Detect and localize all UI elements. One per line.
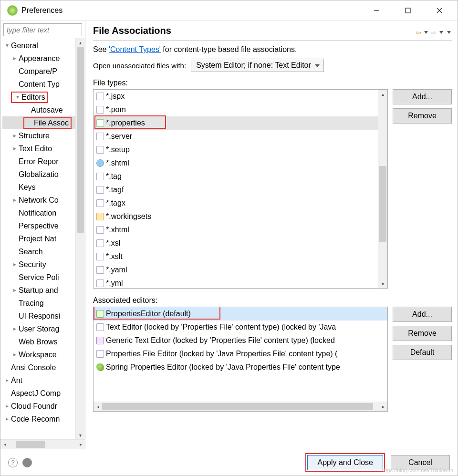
tree-item[interactable]: ▾General xyxy=(2,39,75,52)
preference-tree[interactable]: ▾General▸AppearanceCompare/PContent Typ▾… xyxy=(0,38,75,439)
expand-right-icon[interactable]: ▸ xyxy=(3,413,11,425)
tree-h-scrollbar[interactable]: ◂ ▸ xyxy=(0,439,85,449)
expand-right-icon[interactable]: ▸ xyxy=(11,142,19,155)
editor-remove-button[interactable]: Remove xyxy=(393,326,452,341)
tree-item[interactable]: Keys xyxy=(2,181,75,194)
editors-h-scrollbar[interactable]: ◂ ▸ xyxy=(94,402,387,411)
expand-right-icon[interactable]: ▸ xyxy=(11,194,19,207)
apply-and-close-button[interactable]: Apply and Close xyxy=(307,455,383,470)
tree-item[interactable]: Project Nat xyxy=(2,232,75,245)
editor-label: Spring Properties Editor (locked by 'Jav… xyxy=(106,363,340,372)
expand-right-icon[interactable]: ▸ xyxy=(11,284,19,297)
editor-item[interactable]: Generic Text Editor (locked by 'Properti… xyxy=(94,334,387,347)
file-type-label: *.tagx xyxy=(106,199,125,207)
file-types-scrollbar[interactable]: ▴ ▾ xyxy=(378,90,387,288)
tree-item[interactable]: ▸Security xyxy=(2,258,75,271)
file-type-item[interactable]: *.xsl xyxy=(94,237,378,250)
expand-right-icon[interactable]: ▸ xyxy=(11,348,19,361)
expand-down-icon[interactable]: ▾ xyxy=(14,91,21,103)
file-type-item[interactable]: *.jspx xyxy=(94,90,378,103)
tree-item-label: Structure xyxy=(19,129,50,142)
expand-right-icon[interactable]: ▸ xyxy=(3,400,11,413)
filetype-add-button[interactable]: Add... xyxy=(393,89,452,104)
filter-input[interactable] xyxy=(3,23,82,36)
expand-down-icon[interactable]: ▾ xyxy=(3,39,11,52)
tree-item[interactable]: ▸Structure xyxy=(2,129,75,142)
tree-item[interactable]: Globalizatio xyxy=(2,168,75,181)
expand-right-icon[interactable]: ▸ xyxy=(11,52,19,65)
file-type-item[interactable]: *.tagf xyxy=(94,183,378,197)
file-type-item[interactable]: *.tag xyxy=(94,170,378,183)
associated-editors-list[interactable]: PropertiesEditor (default)Text Editor (l… xyxy=(93,307,388,412)
expand-right-icon[interactable]: ▸ xyxy=(11,322,19,335)
expand-right-icon[interactable]: ▸ xyxy=(3,374,11,387)
tree-item[interactable]: Tracing xyxy=(2,297,75,310)
tree-item[interactable]: ▸Workspace xyxy=(2,348,75,361)
file-icon xyxy=(96,279,104,287)
help-icon[interactable]: ? xyxy=(8,458,18,467)
tree-item[interactable]: Perspective xyxy=(2,219,75,232)
file-type-item[interactable]: *.shtml xyxy=(94,156,378,170)
tree-item[interactable]: Content Typ xyxy=(2,78,75,91)
file-icon xyxy=(96,159,104,167)
tree-item[interactable]: ▸Cloud Foundr xyxy=(2,400,75,413)
tree-item[interactable]: ▸User Storag xyxy=(2,322,75,335)
tree-item[interactable]: ▸Network Co xyxy=(2,194,75,207)
description: See 'Content Types' for content-type bas… xyxy=(93,45,452,54)
editor-default-button[interactable]: Default xyxy=(393,345,452,360)
tree-item[interactable]: UI Responsi xyxy=(2,310,75,322)
tree-item[interactable]: Notification xyxy=(2,207,75,219)
expand-right-icon[interactable]: ▸ xyxy=(11,129,19,142)
import-export-icon[interactable] xyxy=(22,458,32,467)
tree-scrollbar[interactable]: ▴ ▾ xyxy=(75,38,85,439)
tree-item-label: UI Responsi xyxy=(19,310,60,322)
view-menu-icon[interactable] xyxy=(447,31,451,34)
tree-item[interactable]: ▸Ant xyxy=(2,374,75,387)
file-types-list[interactable]: *.jspx*.pom*.properties*.server*.setup*.… xyxy=(93,89,388,289)
editor-item[interactable]: Spring Properties Editor (locked by 'Jav… xyxy=(94,361,387,374)
file-type-item[interactable]: *.xhtml xyxy=(94,223,378,237)
tree-item[interactable]: File Assoc xyxy=(2,116,75,129)
tree-item-label: Code Recomn xyxy=(11,413,60,425)
forward-icon[interactable]: ⇨ xyxy=(431,29,437,36)
editor-add-button[interactable]: Add... xyxy=(393,307,452,322)
forward-menu-icon[interactable] xyxy=(439,31,443,34)
tree-item[interactable]: ▸Text Edito xyxy=(2,142,75,155)
tree-item[interactable]: Autosave xyxy=(2,103,75,116)
file-type-item[interactable]: *.xslt xyxy=(94,250,378,263)
open-with-combo[interactable]: System Editor; if none: Text Editor xyxy=(191,59,324,72)
tree-item[interactable]: ▸Code Recomn xyxy=(2,413,75,425)
tree-item[interactable]: Service Poli xyxy=(2,271,75,284)
file-type-item[interactable]: *.tagx xyxy=(94,197,378,210)
file-icon xyxy=(96,213,104,220)
tree-item[interactable]: ▸Startup and xyxy=(2,284,75,297)
associated-editors-label: Associated editors: xyxy=(93,296,452,305)
editor-label: Text Editor (locked by 'Properties File'… xyxy=(106,323,336,331)
file-type-item[interactable]: *.yml xyxy=(94,277,378,289)
tree-item-label: Web Brows xyxy=(19,335,58,348)
tree-item[interactable]: Web Brows xyxy=(2,335,75,348)
minimize-button[interactable] xyxy=(367,3,386,18)
file-type-item[interactable]: *.yaml xyxy=(94,263,378,277)
filetype-remove-button[interactable]: Remove xyxy=(393,108,452,124)
file-type-item[interactable]: *.setup xyxy=(94,143,378,156)
tree-item[interactable]: AspectJ Comp xyxy=(2,387,75,400)
back-menu-icon[interactable] xyxy=(424,31,428,34)
tree-item[interactable]: ▾Editors xyxy=(2,91,75,103)
maximize-button[interactable] xyxy=(398,3,417,18)
file-type-item[interactable]: *.pom xyxy=(94,103,378,116)
file-type-item[interactable]: *.server xyxy=(94,130,378,143)
expand-right-icon[interactable]: ▸ xyxy=(11,258,19,271)
editor-item[interactable]: Text Editor (locked by 'Properties File'… xyxy=(94,321,387,334)
editor-item[interactable]: Properties File Editor (locked by 'Java … xyxy=(94,347,387,361)
tree-item[interactable]: ▸Appearance xyxy=(2,52,75,65)
file-type-item[interactable]: *.workingsets xyxy=(94,210,378,223)
tree-item[interactable]: Search xyxy=(2,245,75,258)
tree-item[interactable]: Ansi Console xyxy=(2,361,75,374)
tree-item-label: Text Edito xyxy=(19,142,52,155)
back-icon[interactable]: ⇦ xyxy=(416,29,421,36)
content-types-link[interactable]: 'Content Types' xyxy=(109,45,161,53)
tree-item[interactable]: Compare/P xyxy=(2,65,75,78)
close-button[interactable] xyxy=(430,3,449,18)
tree-item[interactable]: Error Repor xyxy=(2,155,75,168)
